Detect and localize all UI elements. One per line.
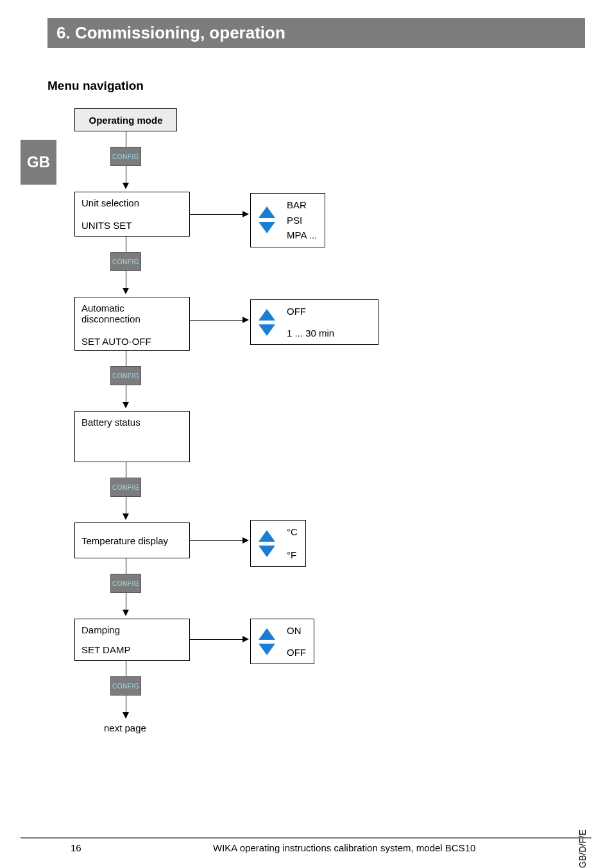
damp-title: Damping: [81, 624, 183, 635]
arrow-right-icon: [242, 211, 249, 217]
connector-line: [126, 696, 126, 712]
damp-subtitle: SET DAMP: [81, 644, 183, 655]
connector-line: [126, 351, 126, 366]
option-label: ON: [287, 624, 306, 637]
auto-title: Automatic disconnection: [81, 303, 183, 324]
unit-options-box: BAR PSI MPA ...: [250, 193, 325, 247]
connector-line: [126, 385, 126, 402]
battery-status-box: Battery status: [74, 411, 190, 462]
down-icon: [259, 546, 275, 557]
footer-text: WIKA operating instructions calibration …: [213, 842, 475, 853]
arrow-right-icon: [242, 636, 249, 642]
config-button-icon: CONFIG: [110, 478, 141, 497]
down-icon: [259, 324, 275, 336]
up-icon: [259, 530, 275, 542]
arrow-down-icon: [123, 513, 129, 520]
battery-title: Battery status: [81, 417, 183, 428]
page-number: 16: [71, 842, 81, 853]
auto-options-box: OFF 1 ... 30 min: [250, 299, 378, 345]
down-icon: [259, 222, 275, 233]
next-page-label: next page: [104, 722, 146, 733]
menu-flow-diagram: Operating mode CONFIG Unit selection UNI…: [59, 108, 444, 794]
connector-line: [126, 166, 126, 183]
option-label: OFF: [287, 305, 334, 318]
unit-subtitle: UNITS SET: [81, 220, 183, 231]
up-icon: [259, 628, 275, 640]
up-icon: [259, 309, 275, 321]
damping-box: Damping SET DAMP: [74, 619, 190, 661]
config-button-icon: CONFIG: [110, 676, 141, 696]
config-button-icon: CONFIG: [110, 252, 141, 271]
menu-nav-heading: Menu navigation: [47, 79, 591, 93]
connector-line: [190, 320, 242, 321]
language-tab: GB: [21, 140, 56, 185]
connector-line: [126, 497, 126, 513]
connector-line: [126, 558, 126, 574]
option-label: °F: [287, 549, 298, 562]
config-button-icon: CONFIG: [110, 366, 141, 385]
arrow-down-icon: [123, 402, 129, 408]
connector-line: [190, 540, 242, 541]
connector-line: [126, 237, 126, 252]
connector-line: [126, 593, 126, 610]
option-label: BAR: [287, 199, 317, 212]
section-title-bar: 6. Commissioning, operation: [47, 18, 585, 48]
option-label: 1 ... 30 min: [287, 327, 334, 340]
arrow-down-icon: [123, 610, 129, 616]
connector-line: [190, 639, 242, 640]
option-label: OFF: [287, 646, 306, 659]
arrow-right-icon: [242, 317, 249, 323]
auto-off-box: Automatic disconnection SET AUTO-OFF: [74, 297, 190, 351]
connector-line: [126, 462, 126, 478]
arrow-down-icon: [123, 712, 129, 719]
temp-display-box: Temperature display: [74, 522, 190, 558]
unit-title: Unit selection: [81, 197, 183, 208]
damp-options-box: ON OFF: [250, 619, 314, 664]
connector-line: [126, 271, 126, 288]
auto-subtitle: SET AUTO-OFF: [81, 336, 183, 347]
up-icon: [259, 206, 275, 218]
unit-selection-box: Unit selection UNITS SET: [74, 192, 190, 237]
option-label: PSI: [287, 214, 317, 227]
config-button-icon: CONFIG: [110, 147, 141, 166]
page-footer: 16 WIKA operating instructions calibrati…: [21, 837, 591, 856]
connector-line: [190, 214, 242, 215]
arrow-down-icon: [123, 183, 129, 189]
arrow-right-icon: [242, 537, 249, 544]
arrow-down-icon: [123, 288, 129, 294]
option-label: MPA ...: [287, 229, 317, 242]
connector-line: [126, 131, 126, 147]
config-button-icon: CONFIG: [110, 574, 141, 593]
down-icon: [259, 644, 275, 655]
option-label: °C: [287, 526, 298, 538]
connector-line: [126, 661, 126, 676]
operating-mode-box: Operating mode: [74, 108, 177, 131]
temp-options-box: °C °F: [250, 520, 306, 567]
temp-title: Temperature display: [81, 535, 168, 546]
